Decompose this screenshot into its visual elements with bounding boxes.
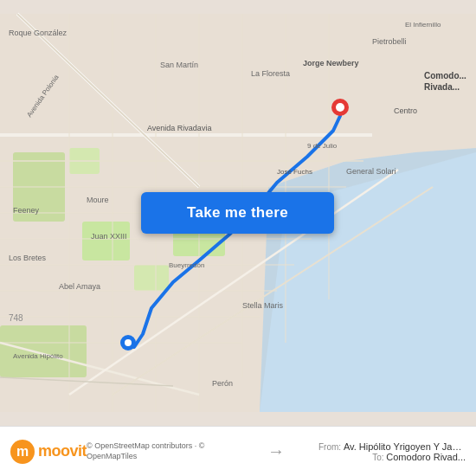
attribution-text: © OpenStreetMap contributors · © OpenMap… xyxy=(87,441,255,461)
svg-text:Stella Maris: Stella Maris xyxy=(242,301,284,310)
svg-text:Moure: Moure xyxy=(87,196,109,204)
destination-pin xyxy=(331,99,349,116)
svg-text:748: 748 xyxy=(9,313,23,323)
svg-text:Pietrobelli: Pietrobelli xyxy=(372,37,407,46)
svg-rect-3 xyxy=(82,222,130,261)
svg-point-60 xyxy=(125,339,132,346)
from-text: From: Av. Hipólito Yrigoyen Y Jacinto ..… xyxy=(318,441,466,452)
origin-pin xyxy=(120,335,136,351)
svg-text:Los Bretes: Los Bretes xyxy=(9,254,47,262)
take-me-there-button[interactable]: Take me there xyxy=(141,192,334,234)
map-container: Roque González San Martín La Floresta Jo… xyxy=(0,0,476,426)
svg-text:San Martín: San Martín xyxy=(160,61,198,69)
svg-text:Roque González: Roque González xyxy=(9,29,68,37)
svg-text:General Solari: General Solari xyxy=(346,167,396,176)
svg-rect-8 xyxy=(134,265,169,291)
to-text: To: Comodoro Rivad... xyxy=(372,452,466,462)
app: Roque González San Martín La Floresta Jo… xyxy=(0,0,476,476)
svg-text:Jorge Newbery: Jorge Newbery xyxy=(303,59,359,68)
svg-text:Avenida Hipólito: Avenida Hipólito xyxy=(13,352,63,360)
svg-text:José Fuchs: José Fuchs xyxy=(277,168,312,176)
svg-text:Abel Amaya: Abel Amaya xyxy=(59,282,100,291)
svg-text:Rivada...: Rivada... xyxy=(424,82,460,92)
bottom-bar: m moovit © OpenStreetMap contributors · … xyxy=(0,426,476,476)
svg-text:Avenida Rivadavia: Avenida Rivadavia xyxy=(147,124,211,132)
svg-text:Feeney: Feeney xyxy=(13,206,40,215)
svg-rect-7 xyxy=(0,325,87,377)
svg-text:Comodo...: Comodo... xyxy=(424,71,466,80)
svg-text:Centro: Centro xyxy=(394,106,417,115)
svg-text:9 de Julio: 9 de Julio xyxy=(307,142,338,150)
route-info: From: Av. Hipólito Yrigoyen Y Jacinto ..… xyxy=(297,441,466,462)
svg-text:Bueyrredón: Bueyrredón xyxy=(169,261,204,269)
moovit-logo: m moovit xyxy=(10,440,87,464)
svg-text:La Floresta: La Floresta xyxy=(251,69,290,78)
moovit-m-icon: m xyxy=(10,440,35,464)
route-arrow-icon: → xyxy=(267,441,285,461)
svg-point-58 xyxy=(336,103,344,112)
moovit-brand-text: moovit xyxy=(38,442,87,460)
svg-text:Perón: Perón xyxy=(212,379,233,388)
svg-text:Juan XXIII: Juan XXIII xyxy=(91,232,127,241)
svg-text:El Infiernillo: El Infiernillo xyxy=(405,21,441,29)
